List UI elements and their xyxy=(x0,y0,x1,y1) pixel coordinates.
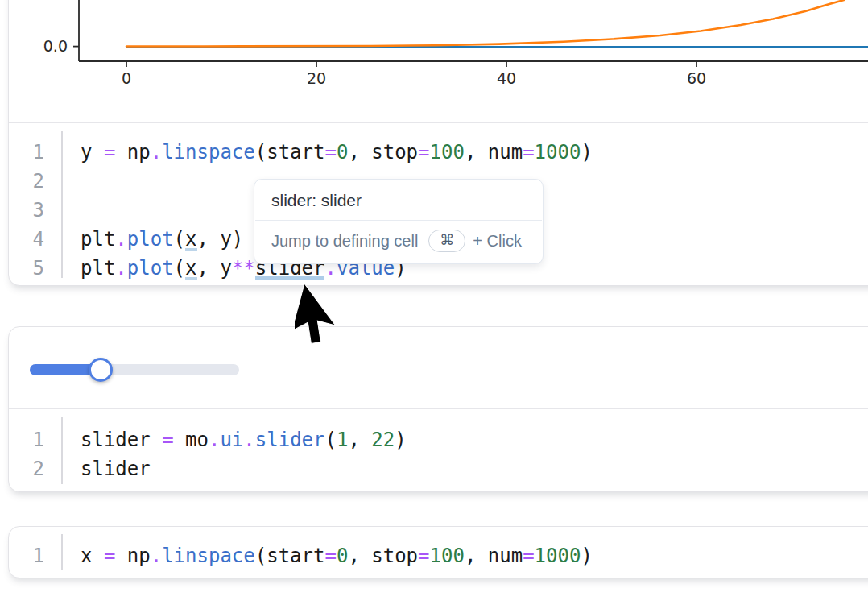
code-token[interactable]: mo xyxy=(174,429,209,451)
x-cell: 1x = np.linspace(start=0, stop=100, num=… xyxy=(8,526,868,578)
code-token[interactable]: 1000 xyxy=(535,545,581,567)
code-token[interactable]: ** xyxy=(232,257,255,280)
line-number: 2 xyxy=(9,167,54,196)
line-number: 1 xyxy=(9,138,54,167)
code-token[interactable]: = xyxy=(418,545,429,567)
code-token[interactable]: . xyxy=(115,257,126,280)
code-text[interactable]: plt.plot(x, y) xyxy=(54,225,243,254)
code-token[interactable]: . xyxy=(115,228,126,251)
code-token[interactable]: y xyxy=(81,141,104,164)
code-token[interactable]: , num xyxy=(465,141,523,164)
code-token[interactable]: . xyxy=(151,141,162,164)
slider-output xyxy=(9,327,868,408)
code-token[interactable]: linspace xyxy=(162,545,255,567)
code-token[interactable]: plt xyxy=(81,228,115,251)
code-text[interactable]: slider = mo.ui.slider(1, 22) xyxy=(54,425,407,454)
tooltip-hint-text: Jump to defining cell xyxy=(271,232,418,251)
code-token[interactable]: , stop xyxy=(348,141,418,164)
code-editor[interactable]: 1x = np.linspace(start=0, stop=100, num=… xyxy=(9,527,868,577)
code-line[interactable]: 1y = np.linspace(start=0, stop=100, num=… xyxy=(9,138,868,167)
code-token[interactable]: 0 xyxy=(337,545,348,567)
code-token[interactable]: (start xyxy=(255,141,325,164)
code-token[interactable]: np xyxy=(115,545,150,567)
plot-output: 0.00204060 xyxy=(9,0,868,122)
slider-cell: 1slider = mo.ui.slider(1, 22)2slider xyxy=(8,326,868,492)
variable-tooltip: slider: slider Jump to defining cell ⌘ +… xyxy=(254,179,544,264)
code-token[interactable]: slider xyxy=(255,429,325,451)
code-text[interactable] xyxy=(54,196,81,225)
code-token[interactable]: ( xyxy=(174,257,185,280)
code-token[interactable]: linspace xyxy=(162,141,255,164)
code-token[interactable]: = xyxy=(418,141,429,164)
code-token[interactable]: x xyxy=(185,257,196,280)
svg-text:0: 0 xyxy=(122,69,131,87)
code-token[interactable]: 1 xyxy=(337,429,348,451)
code-token[interactable]: = xyxy=(162,429,173,451)
code-token[interactable]: , num xyxy=(465,545,523,567)
line-number: 1 xyxy=(9,425,54,454)
code-token[interactable]: x xyxy=(185,228,196,251)
code-token[interactable]: 0 xyxy=(337,141,348,164)
command-key-icon: ⌘ xyxy=(428,230,465,252)
code-token[interactable]: . xyxy=(209,429,220,451)
code-token[interactable]: ( xyxy=(174,228,185,251)
code-token[interactable]: ) xyxy=(581,545,592,567)
code-token[interactable]: , y) xyxy=(197,228,244,251)
code-token[interactable]: ) xyxy=(581,141,592,164)
code-line[interactable]: 1slider = mo.ui.slider(1, 22) xyxy=(9,425,868,454)
code-editor[interactable]: 1slider = mo.ui.slider(1, 22)2slider xyxy=(9,408,868,491)
code-token[interactable]: . xyxy=(151,545,162,567)
code-token[interactable]: 1000 xyxy=(535,141,581,164)
code-token[interactable]: np xyxy=(115,141,150,164)
code-token[interactable]: 100 xyxy=(430,545,465,567)
mouse-cursor-icon xyxy=(295,281,358,365)
code-text[interactable]: x = np.linspace(start=0, stop=100, num=1… xyxy=(54,541,593,570)
code-token[interactable]: plot xyxy=(127,257,174,280)
slider-thumb[interactable] xyxy=(89,358,113,382)
svg-text:20: 20 xyxy=(307,69,326,87)
code-text[interactable]: slider xyxy=(54,454,151,483)
code-token[interactable]: ) xyxy=(395,429,406,451)
line-number: 5 xyxy=(9,254,54,283)
code-token[interactable]: , y xyxy=(197,257,232,280)
line-number: 1 xyxy=(9,541,54,570)
tooltip-title: slider: slider xyxy=(254,180,543,220)
code-token[interactable]: ( xyxy=(324,429,336,451)
code-token[interactable]: , stop xyxy=(348,545,418,567)
code-token[interactable]: slider xyxy=(81,429,162,451)
line-number: 4 xyxy=(9,225,54,254)
svg-text:40: 40 xyxy=(497,69,516,87)
code-token[interactable]: ui xyxy=(220,429,243,451)
code-text[interactable]: y = np.linspace(start=0, stop=100, num=1… xyxy=(54,138,593,167)
matplotlib-figure: 0.00204060 xyxy=(9,0,868,90)
line-number: 3 xyxy=(9,196,54,225)
code-token[interactable]: . xyxy=(243,429,254,451)
svg-text:0.0: 0.0 xyxy=(43,37,68,55)
code-token[interactable]: slider xyxy=(81,458,151,480)
code-text[interactable] xyxy=(54,167,81,196)
code-token[interactable]: = xyxy=(324,141,336,164)
tooltip-hint-row: Jump to defining cell ⌘ + Click xyxy=(254,221,543,263)
code-line[interactable]: 2slider xyxy=(9,454,868,483)
code-token[interactable]: = xyxy=(104,141,115,164)
line-number: 2 xyxy=(9,454,54,483)
code-token[interactable]: x xyxy=(81,545,104,567)
code-token[interactable]: = xyxy=(104,545,115,567)
code-token[interactable]: , xyxy=(348,429,371,451)
code-token[interactable]: = xyxy=(523,545,534,567)
marimo-notebook: 0.00204060 1y = np.linspace(start=0, sto… xyxy=(0,0,868,601)
tooltip-hint-suffix: + Click xyxy=(473,232,522,251)
code-token[interactable]: plot xyxy=(127,228,174,251)
code-token[interactable]: plt xyxy=(81,257,115,280)
code-token[interactable]: = xyxy=(324,545,336,567)
slider-track[interactable] xyxy=(30,364,239,375)
code-token[interactable]: = xyxy=(523,141,534,164)
code-token[interactable]: 22 xyxy=(371,429,395,451)
code-token[interactable]: (start xyxy=(255,545,325,567)
svg-text:60: 60 xyxy=(687,69,706,87)
code-token[interactable]: 100 xyxy=(430,141,465,164)
code-line[interactable]: 1x = np.linspace(start=0, stop=100, num=… xyxy=(9,541,868,570)
